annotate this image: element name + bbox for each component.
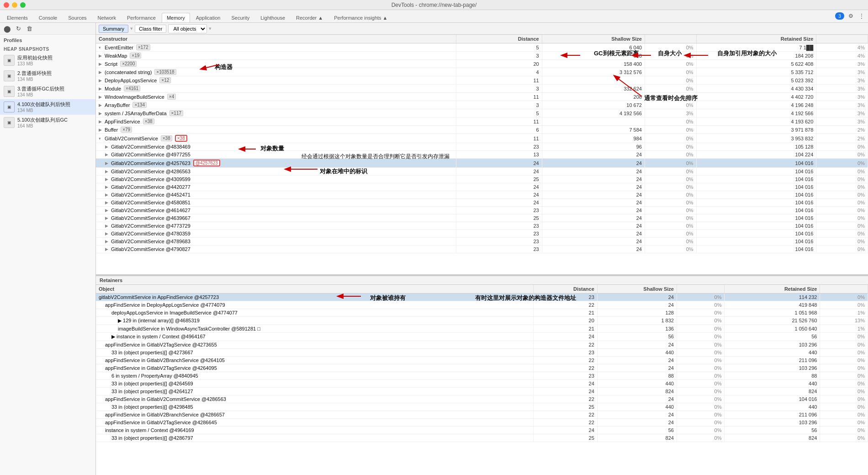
table-row[interactable]: ▾GitlabV2CommitService ×38 ×38119840%3 9… [96, 134, 868, 143]
col-shallow-header[interactable]: Shallow Size [542, 35, 645, 43]
retainer-row[interactable]: appFindService in GitlabV2TagService @42… [96, 364, 868, 372]
ret-retained-cell: 21 526 760 [725, 316, 820, 325]
tab-console[interactable]: Console [34, 13, 62, 22]
retainer-row[interactable]: imageBuildService in WindowAsyncTaskCont… [96, 325, 868, 332]
tab-performance[interactable]: Performance [122, 13, 161, 22]
table-row[interactable]: ▶GitlabV2CommitService @463966725240%104… [96, 214, 868, 222]
expand-icon[interactable]: ▶ [99, 78, 103, 83]
constructor-name: GitlabV2CommitService @4257623 [111, 160, 191, 166]
snapshot-item-2[interactable]: ▣ 2.普通循环快照 134 MB [0, 68, 95, 84]
all-objects-select[interactable]: All objects [168, 24, 207, 33]
class-filter-button[interactable]: Class filter [135, 25, 166, 33]
retainer-row[interactable]: appFindService in DeployAppLogsService @… [96, 301, 868, 309]
table-row[interactable]: ▶GitlabV2CommitService @478968323240%104… [96, 238, 868, 246]
tab-network[interactable]: Network [93, 13, 121, 22]
snapshot-item-1[interactable]: ▣ 应用初始化快照 133 MB [0, 53, 95, 68]
retainer-row[interactable]: deployAppLogsService in ImageBuildServic… [96, 309, 868, 316]
summary-button[interactable]: Summary [99, 25, 128, 33]
table-row[interactable]: ▶WeakMap ×1936480%184 2084% [96, 52, 868, 60]
expand-icon[interactable]: ▶ [99, 53, 103, 58]
table-row[interactable]: ▶AppFindService ×38110%4 193 6203% [96, 117, 868, 126]
retainer-row[interactable]: instance in system / Context @4964169 24… [96, 426, 868, 434]
table-row[interactable]: ▶GitlabV2CommitService @497725513240%104… [96, 151, 868, 159]
retainer-row[interactable]: gitlabV2CommitService in AppFindService … [96, 293, 868, 301]
tab-performance-insights[interactable]: Performance insights ▲ [329, 13, 392, 22]
expand-icon[interactable]: ▶ [99, 86, 103, 91]
retainer-row[interactable]: 33 in (object properties)[] @4264127 248… [96, 387, 868, 395]
ret-col-distance-header[interactable]: Distance [534, 285, 597, 294]
refresh-icon[interactable]: ↻ [14, 24, 23, 33]
table-row[interactable]: ▶Script ×220020158 4000%5 622 4083% [96, 60, 868, 68]
minimize-button[interactable] [12, 2, 17, 8]
shallow-cell: 208 [542, 93, 645, 101]
close-button[interactable] [4, 2, 9, 8]
table-row[interactable]: ▶GitlabV2CommitService @458085124240%104… [96, 199, 868, 207]
table-row[interactable]: ▶GitlabV2CommitService @483846923960%105… [96, 143, 868, 151]
table-row[interactable]: ▶GitlabV2CommitService @442027724240%104… [96, 183, 868, 191]
table-row[interactable]: ▶DeployAppLogsService ×12110%5 023 3923% [96, 76, 868, 85]
expand-icon[interactable]: ▾ [99, 45, 103, 50]
table-row[interactable]: ▾EventEmitter ×17256 0400%7 1██4% [96, 43, 868, 52]
retainer-row[interactable]: 33 in (object properties)[] @4264569 244… [96, 379, 868, 387]
tab-security[interactable]: Security [226, 13, 254, 22]
retainer-row[interactable]: 33 in (object properties)[] @4286797 258… [96, 434, 868, 442]
retainer-row[interactable]: 33 in (object properties)[] @4298485 254… [96, 403, 868, 411]
retainer-row[interactable]: ▶ 129 in (internal array)[] @4685319 201… [96, 316, 868, 325]
retainer-row[interactable]: appFindService in GitlabV2TagService @42… [96, 341, 868, 348]
tab-recorder[interactable]: Recorder ▲ [291, 13, 328, 22]
snapshot-item-5[interactable]: ▣ 5.100次创建队列后GC 164 MB [0, 115, 95, 130]
tab-elements[interactable]: Elements [2, 13, 33, 22]
table-row[interactable]: ▶WindowImageBuildService ×4112080%4 402 … [96, 93, 868, 101]
expand-icon[interactable]: ▾ [99, 136, 103, 141]
heap-scroll[interactable]: Constructor Distance Shallow Size Retain… [96, 35, 868, 274]
maximize-button[interactable] [20, 2, 26, 8]
retainer-row[interactable]: ▶ instance in system / Context @4964167 … [96, 332, 868, 341]
retainers-scroll[interactable]: Object Distance Shallow Size Retained Si… [96, 285, 868, 475]
tab-application[interactable]: Application [191, 13, 226, 22]
table-row[interactable]: ▶GitlabV2CommitService @477372923240%104… [96, 222, 868, 230]
ret-col-shallow-header[interactable]: Shallow Size [597, 285, 677, 294]
table-row[interactable]: ▶GitlabV2CommitService @430959925240%104… [96, 176, 868, 183]
tab-sources[interactable]: Sources [63, 13, 91, 22]
table-row[interactable]: ▶GitlabV2CommitService @445247124240%104… [96, 191, 868, 199]
ret-col-object-header[interactable]: Object [96, 285, 534, 294]
table-row[interactable]: ▶ArrayBuffer ×134310 6720%4 196 2483% [96, 101, 868, 109]
clear-icon[interactable]: 🗑 [25, 24, 34, 33]
table-row[interactable]: ▶(concatenated string) ×10351843 312 576… [96, 68, 868, 76]
expand-icon[interactable]: ▶ [99, 95, 103, 99]
col-retained-header[interactable]: Retained Size [696, 35, 816, 43]
expand-icon[interactable]: ▶ [99, 70, 103, 75]
tab-lighthouse[interactable]: Lighthouse [255, 13, 290, 22]
retainer-row[interactable]: appFindService in GitlabV2BranchService … [96, 356, 868, 364]
expand-icon[interactable]: ▶ [99, 103, 103, 107]
table-row[interactable]: ▶Module ×41613332 6240%4 430 3343% [96, 85, 868, 93]
col-distance-header[interactable]: Distance [456, 35, 542, 43]
snapshot-item-3[interactable]: ▣ 3.普通循环GC后快照 134 MB [0, 84, 95, 99]
expand-icon[interactable]: ▶ [99, 62, 103, 66]
take-snapshot-icon[interactable]: ⬤ [3, 24, 12, 33]
table-row[interactable]: ▶system / JSArrayBufferData ×11754 192 5… [96, 109, 868, 117]
expand-icon[interactable]: ▶ [99, 111, 103, 116]
retainer-row[interactable]: 33 in (object properties)[] @4273667 234… [96, 348, 868, 356]
constructor-cell: ▶GitlabV2CommitService @4977255 [96, 151, 456, 159]
table-row[interactable]: ▶GitlabV2CommitService @479082723240%104… [96, 246, 868, 253]
table-row[interactable]: ▶GitlabV2CommitService @428656324240%104… [96, 168, 868, 176]
table-row[interactable]: ▶GitlabV2CommitService @478035923240%104… [96, 230, 868, 238]
ret-col-retained-header[interactable]: Retained Size [725, 285, 820, 294]
retainer-row[interactable]: appFindService in GitlabV2TagService @42… [96, 418, 868, 426]
ret-distance-cell: 23 [534, 372, 597, 379]
tab-memory[interactable]: Memory [162, 13, 190, 22]
col-constructor-header[interactable]: Constructor [96, 35, 456, 43]
retainer-row[interactable]: appFindService in GitlabV2BranchService … [96, 411, 868, 418]
table-row[interactable]: ▶Buffer ×7967 5840%3 971 8782% [96, 126, 868, 134]
settings-icon[interactable]: ⚙ [846, 11, 855, 21]
retainer-row[interactable]: 6 in system / PropertyArray @4840945 238… [96, 372, 868, 379]
table-row[interactable]: ▶GitlabV2CommitService @461462723240%104… [96, 207, 868, 214]
expand-icon[interactable]: ▶ [99, 128, 103, 132]
snapshot-item-4[interactable]: ▣ 4.100次创建队列后快照 134 MB [0, 99, 95, 115]
retainer-row[interactable]: appFindService in GitlabV2CommitService … [96, 395, 868, 403]
snapshot-name-2: 2.普通循环快照 [17, 70, 92, 77]
more-icon[interactable]: ⋮ [857, 11, 866, 21]
table-row[interactable]: ▶GitlabV2CommitService @4257623 @4257623… [96, 159, 868, 168]
expand-icon[interactable]: ▶ [99, 119, 103, 124]
